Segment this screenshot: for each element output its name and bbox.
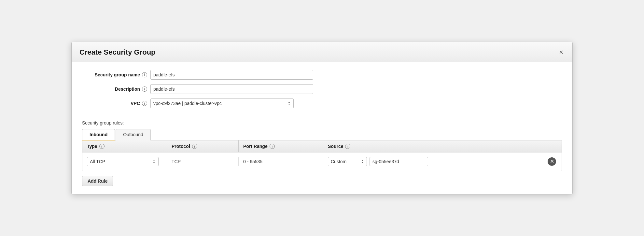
tabs-container: Inbound Outbound [82, 129, 562, 140]
cell-type: All TCP [82, 155, 167, 168]
rules-table: Type i Protocol i Port Range i Source i [82, 140, 562, 171]
cell-delete: ✕ [542, 155, 562, 168]
create-security-group-dialog: Create Security Group × Security group n… [71, 42, 573, 194]
description-label: Description i [82, 86, 147, 92]
description-info-icon: i [142, 86, 147, 92]
table-row: All TCP TCP 0 - 65535 Custom [82, 152, 562, 171]
col-protocol: Protocol i [167, 140, 239, 152]
description-input[interactable] [150, 84, 313, 94]
dialog-title: Create Security Group [79, 48, 156, 57]
vpc-row: VPC i vpc-c9f273ae | paddle-cluster-vpc [82, 98, 562, 108]
type-select[interactable]: All TCP [87, 157, 159, 166]
cell-port-range: 0 - 65535 [239, 157, 323, 166]
source-value-input[interactable] [370, 157, 428, 166]
rules-label: Security group rules: [82, 120, 562, 125]
name-input[interactable] [150, 70, 313, 80]
add-rule-button[interactable]: Add Rule [82, 176, 113, 186]
dialog-header: Create Security Group × [72, 42, 572, 62]
tab-inbound[interactable]: Inbound [82, 129, 115, 140]
col-port-range: Port Range i [239, 140, 323, 152]
close-button[interactable]: × [558, 49, 565, 56]
col-type: Type i [82, 140, 167, 152]
divider [82, 115, 562, 115]
form-section: Security group name i Description i VPC … [82, 70, 562, 108]
cell-protocol: TCP [167, 157, 239, 166]
cell-source: Custom [323, 155, 542, 168]
name-label: Security group name i [82, 72, 147, 77]
name-info-icon: i [142, 72, 147, 77]
type-col-info-icon: i [99, 144, 105, 149]
vpc-select[interactable]: vpc-c9f273ae | paddle-cluster-vpc [150, 98, 294, 108]
delete-icon: ✕ [550, 159, 554, 164]
source-col-info-icon: i [345, 144, 350, 149]
delete-row-button[interactable]: ✕ [548, 157, 556, 166]
tab-outbound[interactable]: Outbound [116, 129, 151, 140]
dialog-body: Security group name i Description i VPC … [72, 62, 572, 194]
source-type-select[interactable]: Custom [328, 157, 367, 166]
col-actions [542, 140, 562, 152]
name-row: Security group name i [82, 70, 562, 80]
vpc-label: VPC i [82, 101, 147, 106]
description-row: Description i [82, 84, 562, 94]
vpc-info-icon: i [142, 101, 147, 106]
protocol-col-info-icon: i [192, 144, 197, 149]
col-source: Source i [323, 140, 542, 152]
port-range-col-info-icon: i [270, 144, 275, 149]
table-header: Type i Protocol i Port Range i Source i [82, 140, 562, 152]
rules-section: Security group rules: Inbound Outbound T… [82, 120, 562, 186]
